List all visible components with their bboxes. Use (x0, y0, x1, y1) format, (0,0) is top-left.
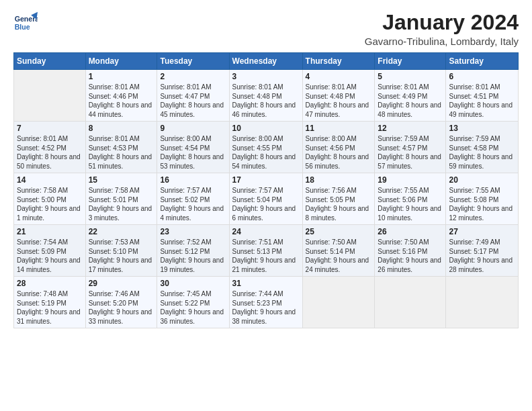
day-cell: 1Sunrise: 8:01 AMSunset: 4:46 PMDaylight… (85, 70, 157, 122)
day-detail: Sunrise: 7:45 AMSunset: 5:22 PMDaylight:… (160, 289, 226, 326)
day-detail: Sunrise: 8:01 AMSunset: 4:46 PMDaylight:… (89, 83, 154, 119)
weekday-header-saturday: Saturday (446, 53, 519, 70)
day-cell: 6Sunrise: 8:01 AMSunset: 4:51 PMDaylight… (446, 70, 519, 122)
day-cell: 4Sunrise: 8:01 AMSunset: 4:48 PMDaylight… (302, 70, 375, 122)
day-cell: 20Sunrise: 7:55 AMSunset: 5:08 PMDayligh… (446, 173, 519, 225)
day-cell: 16Sunrise: 7:57 AMSunset: 5:02 PMDayligh… (157, 173, 229, 225)
day-number: 17 (232, 175, 300, 185)
day-cell: 5Sunrise: 8:01 AMSunset: 4:49 PMDaylight… (375, 70, 446, 122)
svg-text:Blue: Blue (15, 23, 30, 31)
weekday-header-row: SundayMondayTuesdayWednesdayThursdayFrid… (14, 53, 519, 70)
day-detail: Sunrise: 8:01 AMSunset: 4:48 PMDaylight:… (232, 83, 300, 119)
day-detail: Sunrise: 8:00 AMSunset: 4:56 PMDaylight:… (306, 134, 372, 171)
day-cell: 19Sunrise: 7:55 AMSunset: 5:06 PMDayligh… (375, 173, 446, 225)
day-number: 22 (89, 227, 154, 236)
title-block: January 2024 Gavarno-Tribulina, Lombardy… (365, 11, 519, 47)
day-cell (14, 70, 86, 122)
day-cell: 9Sunrise: 8:00 AMSunset: 4:54 PMDaylight… (157, 122, 229, 173)
day-number: 24 (232, 227, 300, 236)
day-detail: Sunrise: 7:50 AMSunset: 5:16 PMDaylight:… (378, 238, 443, 274)
day-number: 2 (160, 72, 226, 81)
day-detail: Sunrise: 7:59 AMSunset: 4:58 PMDaylight:… (449, 134, 515, 171)
day-detail: Sunrise: 7:49 AMSunset: 5:17 PMDaylight:… (449, 238, 515, 274)
week-row-5: 28Sunrise: 7:48 AMSunset: 5:19 PMDayligh… (14, 277, 519, 328)
day-cell (446, 277, 519, 328)
weekday-header-wednesday: Wednesday (229, 53, 302, 70)
calendar-page: General Blue January 2024 Gavarno-Tribul… (0, 0, 532, 411)
day-number: 12 (378, 124, 443, 133)
day-number: 11 (306, 124, 372, 133)
day-cell: 29Sunrise: 7:46 AMSunset: 5:20 PMDayligh… (85, 277, 157, 328)
weekday-header-tuesday: Tuesday (157, 53, 229, 70)
day-number: 25 (306, 227, 372, 236)
day-detail: Sunrise: 8:01 AMSunset: 4:48 PMDaylight:… (306, 83, 372, 119)
day-cell: 8Sunrise: 8:01 AMSunset: 4:53 PMDaylight… (85, 122, 157, 173)
day-cell: 18Sunrise: 7:56 AMSunset: 5:05 PMDayligh… (302, 173, 375, 225)
day-detail: Sunrise: 7:59 AMSunset: 4:57 PMDaylight:… (378, 134, 443, 171)
weekday-header-sunday: Sunday (14, 53, 86, 70)
week-row-1: 1Sunrise: 8:01 AMSunset: 4:46 PMDaylight… (14, 70, 519, 122)
day-cell: 14Sunrise: 7:58 AMSunset: 5:00 PMDayligh… (14, 173, 86, 225)
day-detail: Sunrise: 8:01 AMSunset: 4:53 PMDaylight:… (89, 134, 154, 171)
day-detail: Sunrise: 7:52 AMSunset: 5:12 PMDaylight:… (160, 238, 226, 274)
day-detail: Sunrise: 7:55 AMSunset: 5:06 PMDaylight:… (378, 186, 443, 222)
day-detail: Sunrise: 7:55 AMSunset: 5:08 PMDaylight:… (449, 186, 515, 222)
day-detail: Sunrise: 7:56 AMSunset: 5:05 PMDaylight:… (306, 186, 372, 222)
location-title: Gavarno-Tribulina, Lombardy, Italy (365, 36, 519, 47)
day-cell: 31Sunrise: 7:44 AMSunset: 5:23 PMDayligh… (229, 277, 302, 328)
day-number: 10 (232, 124, 300, 133)
day-detail: Sunrise: 7:58 AMSunset: 5:01 PMDaylight:… (89, 186, 154, 222)
day-number: 20 (449, 175, 515, 185)
day-number: 6 (449, 72, 515, 81)
day-cell: 7Sunrise: 8:01 AMSunset: 4:52 PMDaylight… (14, 122, 86, 173)
day-cell: 15Sunrise: 7:58 AMSunset: 5:01 PMDayligh… (85, 173, 157, 225)
day-cell: 30Sunrise: 7:45 AMSunset: 5:22 PMDayligh… (157, 277, 229, 328)
day-number: 4 (306, 72, 372, 81)
day-number: 29 (89, 279, 154, 288)
day-number: 3 (232, 72, 300, 81)
day-cell: 3Sunrise: 8:01 AMSunset: 4:48 PMDaylight… (229, 70, 302, 122)
day-cell: 21Sunrise: 7:54 AMSunset: 5:09 PMDayligh… (14, 225, 86, 277)
day-number: 7 (17, 124, 83, 133)
day-detail: Sunrise: 7:57 AMSunset: 5:02 PMDaylight:… (160, 186, 226, 222)
day-detail: Sunrise: 7:51 AMSunset: 5:13 PMDaylight:… (232, 238, 300, 274)
day-number: 21 (17, 227, 83, 236)
day-number: 8 (89, 124, 154, 133)
day-number: 16 (160, 175, 226, 185)
day-detail: Sunrise: 7:50 AMSunset: 5:14 PMDaylight:… (306, 238, 372, 274)
day-number: 13 (449, 124, 515, 133)
weekday-header-monday: Monday (85, 53, 157, 70)
day-number: 18 (306, 175, 372, 185)
day-detail: Sunrise: 7:54 AMSunset: 5:09 PMDaylight:… (17, 238, 83, 274)
day-number: 9 (160, 124, 226, 133)
day-number: 27 (449, 227, 515, 236)
day-detail: Sunrise: 7:46 AMSunset: 5:20 PMDaylight:… (89, 289, 154, 326)
day-cell: 13Sunrise: 7:59 AMSunset: 4:58 PMDayligh… (446, 122, 519, 173)
day-detail: Sunrise: 8:01 AMSunset: 4:49 PMDaylight:… (378, 83, 443, 119)
day-number: 31 (232, 279, 300, 288)
day-number: 15 (89, 175, 154, 185)
day-cell: 17Sunrise: 7:57 AMSunset: 5:04 PMDayligh… (229, 173, 302, 225)
day-detail: Sunrise: 8:00 AMSunset: 4:55 PMDaylight:… (232, 134, 300, 171)
day-cell: 23Sunrise: 7:52 AMSunset: 5:12 PMDayligh… (157, 225, 229, 277)
week-row-4: 21Sunrise: 7:54 AMSunset: 5:09 PMDayligh… (14, 225, 519, 277)
day-cell: 26Sunrise: 7:50 AMSunset: 5:16 PMDayligh… (375, 225, 446, 277)
calendar-table: SundayMondayTuesdayWednesdayThursdayFrid… (13, 52, 519, 328)
week-row-3: 14Sunrise: 7:58 AMSunset: 5:00 PMDayligh… (14, 173, 519, 225)
day-cell (302, 277, 375, 328)
day-detail: Sunrise: 8:00 AMSunset: 4:54 PMDaylight:… (160, 134, 226, 171)
day-detail: Sunrise: 8:01 AMSunset: 4:52 PMDaylight:… (17, 134, 83, 171)
day-cell: 11Sunrise: 8:00 AMSunset: 4:56 PMDayligh… (302, 122, 375, 173)
day-detail: Sunrise: 7:58 AMSunset: 5:00 PMDaylight:… (17, 186, 83, 222)
day-detail: Sunrise: 7:48 AMSunset: 5:19 PMDaylight:… (17, 289, 83, 326)
day-cell: 24Sunrise: 7:51 AMSunset: 5:13 PMDayligh… (229, 225, 302, 277)
day-number: 30 (160, 279, 226, 288)
month-title: January 2024 (365, 11, 519, 34)
week-row-2: 7Sunrise: 8:01 AMSunset: 4:52 PMDaylight… (14, 122, 519, 173)
day-detail: Sunrise: 7:53 AMSunset: 5:10 PMDaylight:… (89, 238, 154, 274)
logo-icon: General Blue (13, 11, 38, 35)
day-number: 19 (378, 175, 443, 185)
day-cell: 28Sunrise: 7:48 AMSunset: 5:19 PMDayligh… (14, 277, 86, 328)
day-cell (375, 277, 446, 328)
day-detail: Sunrise: 7:44 AMSunset: 5:23 PMDaylight:… (232, 289, 300, 326)
